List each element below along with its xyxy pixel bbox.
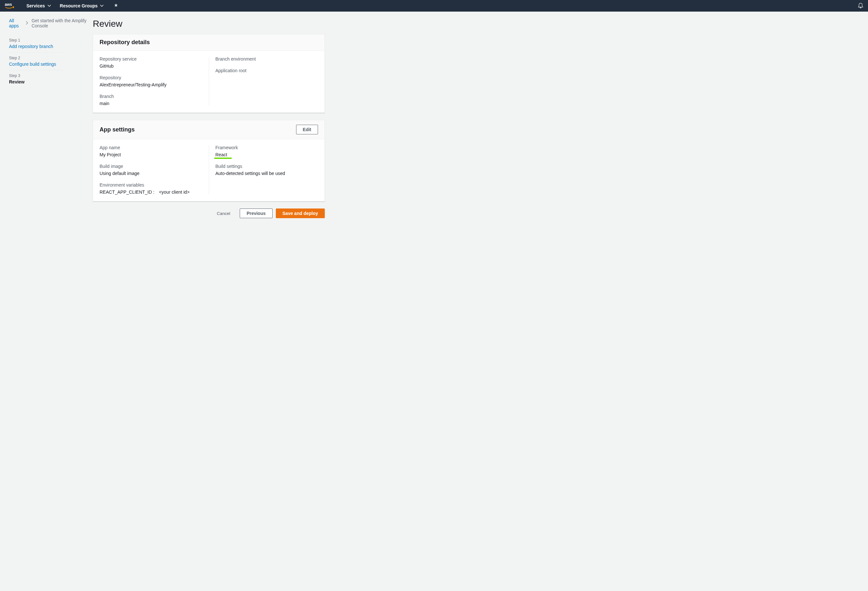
- app-settings-panel: App settings Edit App name My Project Bu…: [93, 120, 325, 201]
- step-link-add-repository[interactable]: Add repository branch: [9, 44, 53, 49]
- field-value: main: [100, 101, 202, 106]
- repository-details-panel: Repository details Repository service Gi…: [93, 34, 325, 113]
- field-value: AlexEntrepreneur/Testing-Amplify: [100, 82, 202, 87]
- panel-title: App settings: [100, 126, 135, 133]
- save-and-deploy-button[interactable]: Save and deploy: [276, 208, 325, 218]
- step-3: Step 3 Review: [9, 70, 62, 88]
- action-buttons: Cancel Previous Save and deploy: [93, 208, 325, 218]
- breadcrumb: All apps Get started with the Amplify Co…: [9, 18, 93, 28]
- field-label: Branch: [100, 94, 202, 99]
- step-link-configure-build[interactable]: Configure build settings: [9, 62, 56, 67]
- resource-groups-label: Resource Groups: [60, 3, 97, 8]
- field-label: Environment variables: [100, 182, 202, 188]
- field-label: Branch environment: [216, 56, 318, 62]
- notifications-icon[interactable]: [858, 3, 864, 9]
- env-var-value: <your client id>: [159, 189, 189, 195]
- services-label: Services: [27, 3, 45, 8]
- edit-button[interactable]: Edit: [296, 125, 318, 134]
- field-value: Auto-detected settings will be used: [216, 171, 318, 176]
- step-label-review: Review: [9, 79, 62, 84]
- step-number: Step 1: [9, 38, 62, 43]
- field-label: Build settings: [216, 164, 318, 169]
- chevron-right-icon: [26, 21, 28, 26]
- field-label: Repository service: [100, 56, 202, 62]
- breadcrumb-current: Get started with the Amplify Console: [32, 18, 93, 28]
- step-2: Step 2 Configure build settings: [9, 53, 62, 70]
- panel-title: Repository details: [100, 39, 150, 46]
- framework-value: React: [216, 152, 227, 157]
- field-value: My Project: [100, 152, 202, 157]
- field-value: Using default image: [100, 171, 202, 176]
- services-menu[interactable]: Services: [27, 3, 51, 8]
- page-title: Review: [93, 19, 325, 29]
- svg-text:aws: aws: [5, 2, 12, 7]
- cancel-button[interactable]: Cancel: [210, 208, 237, 218]
- field-label: App name: [100, 145, 202, 150]
- chevron-down-icon: [100, 5, 103, 7]
- chevron-down-icon: [48, 5, 51, 7]
- step-number: Step 2: [9, 56, 62, 60]
- resource-groups-menu[interactable]: Resource Groups: [60, 3, 103, 8]
- field-label: Application root: [216, 68, 318, 73]
- step-1: Step 1 Add repository branch: [9, 35, 62, 53]
- sidebar: All apps Get started with the Amplify Co…: [9, 18, 93, 218]
- aws-logo[interactable]: aws: [4, 2, 17, 9]
- field-label: Repository: [100, 75, 202, 80]
- previous-button[interactable]: Previous: [240, 208, 272, 218]
- field-label: Build image: [100, 164, 202, 169]
- top-nav: aws Services Resource Groups: [0, 0, 868, 12]
- breadcrumb-root[interactable]: All apps: [9, 18, 22, 28]
- step-number: Step 3: [9, 74, 62, 78]
- main-content: Review Repository details Repository ser…: [93, 18, 325, 218]
- field-label: Framework: [216, 145, 318, 150]
- field-value: GitHub: [100, 64, 202, 69]
- env-var-key: REACT_APP_CLIENT_ID :: [100, 189, 154, 195]
- pin-icon[interactable]: [114, 3, 118, 9]
